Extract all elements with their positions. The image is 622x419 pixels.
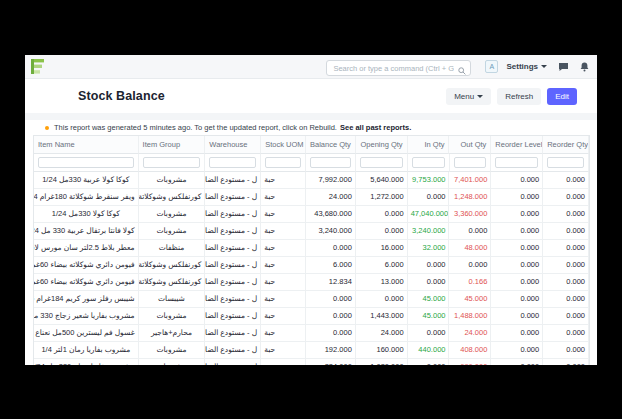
chat-icon[interactable] (558, 62, 569, 72)
table-cell[interactable]: 0.000 (543, 308, 589, 325)
table-cell[interactable]: فيومن دائري شوكلاته بيضاء 60غم12 حبه 1/4 (34, 274, 139, 291)
column-header-warehouse[interactable]: Warehouse (205, 136, 261, 154)
table-cell[interactable]: كورنفلكس وشوكلاتة (139, 189, 206, 206)
table-cell[interactable]: 0.000 (491, 308, 543, 325)
column-header-out-qty[interactable]: Out Qty (449, 136, 491, 154)
table-cell[interactable]: حبة (261, 291, 306, 308)
table-cell[interactable]: 0.000 (449, 223, 491, 240)
filter-input[interactable] (310, 157, 351, 168)
table-cell[interactable]: 3,240.000 (408, 223, 450, 240)
table-row[interactable]: فيومن دائري شوكلاته بيضاء 60غم12 حبه 1/4… (34, 257, 589, 274)
search-icon[interactable] (458, 61, 466, 79)
table-cell[interactable]: ل - مستودع الضاحية/ تالف (205, 274, 261, 291)
table-cell[interactable]: 45.000 (408, 291, 450, 308)
table-cell[interactable]: 0.000 (543, 274, 589, 291)
table-cell[interactable]: 192.000 (306, 342, 356, 359)
table-cell[interactable]: مشروب بفاريا رمان 1لتر 1/4 (34, 342, 139, 359)
table-row[interactable]: غسول فم ليسترين 500مل نعناع منعش1/12محار… (34, 325, 589, 342)
table-cell[interactable]: ل - مستودع الضاحية (205, 189, 261, 206)
table-cell[interactable]: 696.000 (449, 359, 491, 365)
table-cell[interactable]: 32.000 (408, 240, 450, 257)
table-cell[interactable]: منظفات (139, 240, 206, 257)
table-cell[interactable]: 0.000 (491, 172, 543, 189)
table-cell[interactable]: شيبسات (139, 291, 206, 308)
table-cell[interactable]: 48.000 (449, 240, 491, 257)
table-cell[interactable]: 0.000 (543, 240, 589, 257)
edit-button[interactable]: Edit (547, 88, 577, 105)
table-cell[interactable]: حبة (261, 240, 306, 257)
table-cell[interactable]: 0.000 (491, 291, 543, 308)
table-row[interactable]: مشروب بفاريا شعير زجاج 330 مل 1/24مشروبا… (34, 308, 589, 325)
table-cell[interactable]: ل - مستودع الضاحية (205, 359, 261, 365)
filter-input[interactable] (209, 157, 256, 168)
table-cell[interactable]: 0.000 (408, 257, 450, 274)
table-row[interactable]: ويفر سنقرط شوكلاتة 180غرام 1/24كورنفلكس … (34, 189, 589, 206)
table-cell[interactable]: مشروب بفاريا زجاج 330 مل 1/24 (34, 359, 139, 365)
column-header-reorder-level[interactable]: Reorder Level (491, 136, 543, 154)
table-cell[interactable]: 1,488.000 (449, 308, 491, 325)
table-cell[interactable]: ل - مستودع الضاحية (205, 257, 261, 274)
table-cell[interactable]: 440.000 (408, 342, 450, 359)
table-cell[interactable]: محارم+هاجير (139, 325, 206, 342)
table-cell[interactable]: كورنفلكس وشوكلاتة (139, 274, 206, 291)
table-cell[interactable]: 13.000 (356, 274, 408, 291)
table-cell[interactable]: 0.000 (543, 189, 589, 206)
table-cell[interactable]: 160.000 (356, 342, 408, 359)
bell-icon[interactable] (580, 62, 589, 72)
table-cell[interactable]: 1,248.000 (449, 189, 491, 206)
table-cell[interactable]: حبة (261, 257, 306, 274)
table-cell[interactable]: مشروبات (139, 308, 206, 325)
filter-input[interactable] (412, 157, 445, 168)
table-cell[interactable]: 0.000 (491, 342, 543, 359)
table-cell[interactable]: 3,240.000 (306, 223, 356, 240)
table-cell[interactable]: فيومن دائري شوكلاته بيضاء 60غم12 حبه 1/4 (34, 257, 139, 274)
table-cell[interactable]: مشروبات (139, 223, 206, 240)
table-cell[interactable]: 0.000 (543, 342, 589, 359)
table-cell[interactable]: ل - مستودع الضاحية (205, 325, 261, 342)
table-cell[interactable]: مشروبات (139, 206, 206, 223)
table-row[interactable]: شيبس رفلز سور كريم 184غرام 1/15شيبساتل -… (34, 291, 589, 308)
table-cell[interactable]: 0.000 (356, 223, 408, 240)
table-cell[interactable]: حبة (261, 342, 306, 359)
filter-input[interactable] (143, 157, 201, 168)
table-cell[interactable]: حبة (261, 359, 306, 365)
table-cell[interactable]: 0.000 (491, 359, 543, 365)
table-cell[interactable]: 1,272.000 (356, 189, 408, 206)
table-row[interactable]: كوكا كولا 330مل 1/24مشروباتل - مستودع ال… (34, 206, 589, 223)
table-cell[interactable]: حبة (261, 172, 306, 189)
table-cell[interactable]: 6.000 (356, 257, 408, 274)
table-cell[interactable]: 24.000 (356, 325, 408, 342)
table-cell[interactable]: حبة (261, 308, 306, 325)
filter-input[interactable] (38, 157, 134, 168)
table-cell[interactable]: ل - مستودع الضاحية (205, 172, 261, 189)
table-cell[interactable]: حبة (261, 325, 306, 342)
table-cell[interactable]: ل - مستودع الضاحية (205, 342, 261, 359)
table-cell[interactable]: ل - مستودع الضاحية (205, 308, 261, 325)
table-cell[interactable]: مشروب بفاريا شعير زجاج 330 مل 1/24 (34, 308, 139, 325)
table-row[interactable]: معطر بلاط 2.5لتر سان مورس لافندر 1/8منظف… (34, 240, 589, 257)
filter-input[interactable] (454, 157, 487, 168)
table-row[interactable]: فيومن دائري شوكلاته بيضاء 60غم12 حبه 1/4… (34, 274, 589, 291)
table-cell[interactable]: 0.000 (543, 325, 589, 342)
filter-input[interactable] (495, 157, 538, 168)
table-cell[interactable]: 45.000 (449, 291, 491, 308)
column-header-item-name[interactable]: Item Name (34, 136, 139, 154)
filter-input[interactable] (265, 157, 301, 168)
table-cell[interactable]: كوكا كولا 330مل 1/24 (34, 206, 139, 223)
table-row[interactable]: مشروب بفاريا رمان 1لتر 1/4مشروباتل - مست… (34, 342, 589, 359)
table-cell[interactable]: 0.000 (408, 325, 450, 342)
table-row[interactable]: كولا فانتا برتقال عربية 330 مل 1/24مشروب… (34, 223, 589, 240)
table-cell[interactable]: حبة (261, 189, 306, 206)
search-input[interactable] (326, 60, 471, 76)
table-cell[interactable]: ل - مستودع الضاحية (205, 206, 261, 223)
table-cell[interactable]: مشروبات (139, 172, 206, 189)
table-cell[interactable]: 0.000 (449, 257, 491, 274)
table-cell[interactable]: 0.000 (491, 257, 543, 274)
table-row[interactable]: مشروب بفاريا زجاج 330 مل 1/24مشروباتل - … (34, 359, 589, 365)
table-cell[interactable]: 0.000 (356, 206, 408, 223)
table-cell[interactable]: 0.000 (408, 189, 450, 206)
menu-button[interactable]: Menu (446, 88, 491, 105)
settings-menu[interactable]: Settings (506, 62, 547, 71)
table-cell[interactable]: 45.000 (408, 308, 450, 325)
refresh-button[interactable]: Refresh (497, 88, 541, 105)
